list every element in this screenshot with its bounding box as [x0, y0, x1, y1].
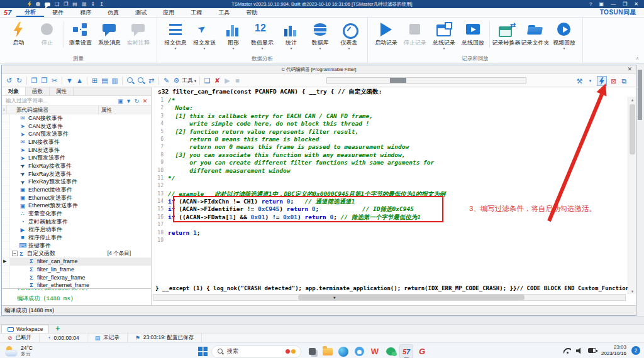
- ribbon-button-stats[interactable]: 统计▾: [277, 19, 306, 50]
- save-all-icon[interactable]: ▥: [111, 75, 119, 86]
- close-window-icon[interactable]: ⊠: [609, 75, 618, 87]
- bottom-horizontal-scrollbar[interactable]: ▼: [153, 294, 626, 301]
- paste-icon[interactable]: ❒: [40, 75, 48, 86]
- ribbon-button-lightning[interactable]: 启动: [4, 19, 33, 47]
- minimize-icon[interactable]: —: [611, 1, 616, 7]
- tree-item[interactable]: ∴变量变化事件: [2, 210, 151, 218]
- tools-menu[interactable]: ⚙工具▾: [172, 75, 196, 86]
- menu-tab-6[interactable]: 工程: [182, 8, 210, 17]
- menu-tab-0[interactable]: 分析: [16, 8, 44, 17]
- filter-input[interactable]: 输入过滤字符串...: [4, 97, 116, 105]
- tree-item[interactable]: ▣Ethernet发送事件: [2, 194, 151, 202]
- filter-list-icon[interactable]: ▣: [116, 98, 125, 104]
- export-icon[interactable]: ⧉: [620, 75, 628, 87]
- ribbon-button-tree[interactable]: 测量设置: [66, 19, 95, 47]
- tree-item[interactable]: Σfilter_flexray_frame: [2, 273, 151, 281]
- tree-item[interactable]: ▣Ethernet预发送事件: [2, 202, 151, 210]
- ribbon-button-chat[interactable]: 系统消息: [95, 19, 124, 47]
- menu-tab-1[interactable]: 硬件: [44, 8, 72, 17]
- tree-item[interactable]: Σfilter_ethernet_frame: [2, 281, 151, 288]
- tree-item[interactable]: ⌨按键事件: [2, 242, 151, 250]
- caret-icon[interactable]: ▾: [586, 75, 594, 87]
- auto-start-lightning-button[interactable]: [597, 76, 607, 86]
- taskbar-app-qq[interactable]: [352, 344, 366, 358]
- column-property[interactable]: 属性: [99, 106, 151, 114]
- record-icon[interactable]: [36, 2, 40, 6]
- menu-tab-8[interactable]: 帮助: [238, 8, 265, 17]
- move-up-icon[interactable]: ▲: [75, 75, 84, 86]
- save-doc-icon[interactable]: ▤: [72, 0, 77, 8]
- error-check-icon[interactable]: ✘: [213, 75, 221, 86]
- ribbon-collapse-icon[interactable]: ∧: [636, 56, 639, 61]
- notification-badge[interactable]: 2: [631, 346, 640, 355]
- search-replace-icon[interactable]: [136, 76, 145, 85]
- stop-run-icon[interactable]: ■: [233, 75, 242, 86]
- code-lines[interactable]: 1/*2 Note:3 [1] this is callback entry f…: [152, 97, 627, 244]
- ribbon-button-converter[interactable]: 记录转换器: [492, 19, 521, 47]
- tree-item[interactable]: ✉LIN接收事件: [2, 138, 151, 146]
- taskbar-search[interactable]: 搜索: [211, 345, 301, 358]
- taskbar-app-task-view[interactable]: [305, 344, 319, 358]
- taskbar-app-tsmaster[interactable]: 57: [399, 344, 413, 358]
- panel-tab-2[interactable]: 属性: [50, 87, 74, 95]
- new-doc-icon[interactable]: ❏: [55, 0, 59, 8]
- battery-icon[interactable]: [588, 348, 596, 353]
- ribbon-button-gauge[interactable]: 仪表盘▾: [335, 19, 364, 50]
- vertical-scrollbar[interactable]: ▲ ▼: [628, 97, 636, 294]
- tree-item[interactable]: Σfilter_lin_frame: [2, 266, 151, 274]
- cut-icon[interactable]: ✂: [50, 75, 58, 86]
- tree-item[interactable]: −Σ自定义函数[4 个条目]: [2, 249, 151, 258]
- tree-item[interactable]: ◔定时器触发事件: [2, 218, 151, 226]
- filter-refresh-icon[interactable]: ↻: [133, 98, 141, 104]
- save-icon[interactable]: ▤: [101, 75, 109, 86]
- ribbon-button-bus-record[interactable]: 总线记录▾: [430, 19, 458, 50]
- tree-item[interactable]: ➤CAN发送事件: [2, 122, 151, 131]
- wrench-icon[interactable]: ⚒: [575, 75, 584, 87]
- run-icon[interactable]: ▶: [223, 75, 231, 86]
- save-all-doc-icon[interactable]: ▥: [82, 0, 87, 8]
- tree-item[interactable]: ➤CAN预发送事件: [2, 130, 151, 138]
- open-folder-icon[interactable]: ❏: [203, 75, 211, 86]
- tree-item[interactable]: ✉CAN接收事件: [2, 114, 151, 122]
- ribbon-button-plane[interactable]: 报文发送▾: [190, 19, 219, 50]
- workspace-tab[interactable]: Workspace: [1, 325, 49, 333]
- code-editor-area[interactable]: s32 filter_can_frame(const PCANFD ACAN) …: [152, 87, 636, 305]
- tree-item[interactable]: ▶程序启动事件: [2, 225, 151, 234]
- menu-tab-4[interactable]: 测试: [127, 8, 155, 17]
- volume-icon[interactable]: [576, 347, 583, 354]
- top-horizontal-scrollbar[interactable]: [326, 77, 526, 84]
- ribbon-button-chart[interactable]: 图形▾: [219, 19, 248, 50]
- edit-icon[interactable]: ✎: [162, 75, 170, 86]
- filter-dropdown-icon[interactable]: ▼: [125, 98, 133, 104]
- panel-tab-0[interactable]: 对象: [2, 87, 26, 95]
- copy-icon[interactable]: ❐: [30, 75, 38, 86]
- main-window-scrollbar[interactable]: [636, 63, 644, 324]
- help-icon[interactable]: ?: [589, 1, 592, 7]
- taskbar-app-wps[interactable]: W: [368, 344, 382, 358]
- taskbar-app-wechat[interactable]: [384, 344, 397, 358]
- fullscreen-icon[interactable]: ▣: [599, 1, 604, 7]
- column-source-editor[interactable]: 源代码编辑器: [7, 106, 99, 114]
- menu-tab-5[interactable]: 应用: [155, 8, 182, 17]
- download-icon[interactable]: ↧: [91, 0, 95, 8]
- maximize-icon[interactable]: ❐: [623, 1, 627, 7]
- ribbon-button-folder[interactable]: 记录文件夹: [521, 19, 550, 47]
- add-workspace-button[interactable]: +: [55, 325, 60, 333]
- taskbar-app-file-explorer[interactable]: [321, 344, 335, 358]
- clock-widget[interactable]: 23:03 2023/10/16: [601, 344, 626, 357]
- editor-window-titlebar[interactable]: C 代码编辑器 [Programmable Filter] ✕: [2, 65, 636, 74]
- tree-item[interactable]: ▣Ethernet接收事件: [2, 186, 151, 194]
- expander-icon[interactable]: −: [12, 251, 18, 256]
- tree-item[interactable]: ■程序停止事件: [2, 234, 151, 242]
- ribbon-button-num12[interactable]: 数值显示▾: [248, 19, 277, 50]
- upload-icon[interactable]: ↥: [99, 0, 104, 8]
- tree-item[interactable]: ➤LIN发送事件: [2, 146, 151, 155]
- ribbon-button-db[interactable]: 数据库▾: [306, 19, 335, 50]
- weather-widget[interactable]: 24°C 多云: [5, 345, 33, 357]
- ribbon-button-bus-replay[interactable]: 总线回放: [458, 19, 487, 47]
- close-icon[interactable]: ✕: [634, 1, 638, 7]
- tree-item[interactable]: ➤FlexRay预发送事件: [2, 178, 151, 186]
- swap-icon[interactable]: ⇄: [147, 75, 155, 86]
- menu-tab-7[interactable]: 工具: [210, 8, 238, 17]
- lightning-icon[interactable]: [28, 1, 31, 7]
